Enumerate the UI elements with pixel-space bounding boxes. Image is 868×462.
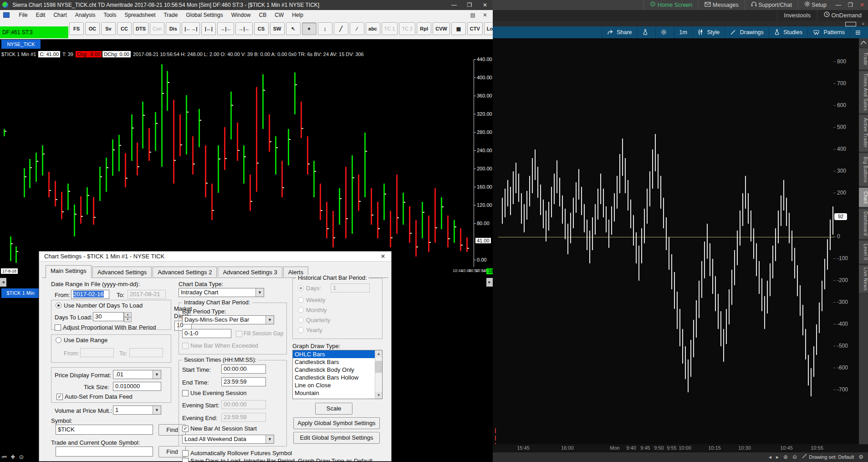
toolbar-button-dts[interactable]: DTS	[133, 22, 148, 35]
edit-global-button[interactable]: Edit Global Symbol Settings	[293, 432, 380, 444]
hist-days-radio[interactable]	[298, 285, 304, 291]
menu-file[interactable]: File	[15, 10, 31, 20]
draw-type-option[interactable]: Candlestick Bars	[293, 358, 382, 366]
toolbar-button-tc1[interactable]: TC 1	[382, 22, 398, 35]
menu-analysis[interactable]: Analysis	[71, 10, 100, 20]
menu-cb[interactable]: CB	[255, 10, 271, 20]
scroll-left-button[interactable]: ◄	[0, 278, 6, 287]
draw-type-option[interactable]: Candlestick Body Only	[293, 366, 382, 374]
pan-icon[interactable]: ▸	[776, 454, 779, 460]
chart-data-type-select[interactable]: Intraday Chart▼	[179, 288, 264, 297]
use-days-radio[interactable]	[56, 303, 61, 308]
toolbar-button-cvw[interactable]: CVW	[433, 22, 450, 35]
graph-draw-type-list[interactable]: OHLC BarsCandlestick BarsCandlestick Bod…	[292, 350, 383, 399]
panel-menu-icon[interactable]: ≡	[862, 21, 864, 26]
hist-weekly-radio[interactable]	[298, 297, 304, 303]
autoset-checkbox[interactable]: ✓	[56, 394, 63, 400]
chart-settings-gear-icon[interactable]: ⚙	[858, 454, 863, 460]
tab-nyse-tick[interactable]: NYSE_TICK	[1, 40, 41, 49]
hist-days-field[interactable]: 1	[331, 283, 370, 293]
menu-tools[interactable]: Tools	[99, 10, 120, 20]
scale-button[interactable]: Scale	[315, 403, 352, 415]
menu-messages[interactable]: Messages	[698, 0, 744, 10]
toolbar-button-[interactable]: ↖	[286, 22, 301, 35]
side-tab-chart[interactable]: Chart	[859, 187, 868, 207]
toolbar-button-[interactable]: ▦	[451, 22, 466, 35]
scroll-down-icon[interactable]: ▼	[375, 392, 382, 399]
menu-support-chat[interactable]: Support/Chat	[745, 0, 798, 10]
toolbar-button-abc[interactable]: abc	[366, 22, 380, 35]
from-date-field[interactable]: 2017-02-16	[71, 290, 109, 299]
menu-window[interactable]: Window	[227, 10, 255, 20]
window-control-button[interactable]: ❐	[462, 0, 477, 10]
apply-global-button[interactable]: Apply Global Symbol Settings	[293, 417, 380, 429]
hist-quarterly-radio[interactable]	[298, 317, 304, 323]
drawing-set-label[interactable]: Drawing set: Default	[802, 454, 854, 460]
toolbar-button-[interactable]: ↨	[318, 22, 332, 35]
use-date-range-radio[interactable]	[56, 337, 61, 343]
find-trade-symbol-button[interactable]: Find	[158, 446, 186, 457]
menu-edit[interactable]: Edit	[32, 10, 50, 20]
dialog-close-button[interactable]: ✕	[378, 252, 388, 261]
price-format-select[interactable]: .01▼	[113, 370, 161, 379]
zoom-icon[interactable]: ⊖	[792, 454, 797, 460]
toolbar-button-sv[interactable]: Sv	[101, 22, 116, 35]
menu-trade[interactable]: Trade	[159, 10, 182, 20]
tab-stick-1min[interactable]: $TICK 1 Min	[1, 288, 40, 298]
side-tab-times-and-sales[interactable]: Times And Sales	[859, 70, 868, 113]
dialog-tab-advanced-settings[interactable]: Advanced Settings	[92, 267, 152, 277]
toolbar-button-[interactable]: →|←	[217, 22, 234, 35]
toolbar-button-tc2[interactable]: TC 2	[399, 22, 415, 35]
scroll-up-icon[interactable]: ▲	[375, 350, 382, 357]
menu-cw[interactable]: CW	[271, 10, 288, 20]
menu-global-settings[interactable]: Global Settings	[182, 10, 227, 20]
draw-type-option[interactable]: Candlestick Bars Hollow	[293, 374, 382, 381]
to2-field[interactable]	[129, 348, 163, 357]
zoom-icon[interactable]: ⊕	[783, 454, 788, 460]
weekend-data-select[interactable]: Load All Weekend Data▼	[182, 435, 274, 444]
new-bar-session-checkbox[interactable]: ✓	[182, 426, 189, 432]
list-scrollbar[interactable]: ▲▼	[375, 350, 382, 399]
window-control-button[interactable]: ❐	[844, 0, 856, 10]
evening-end-field[interactable]: 23:59:59	[221, 413, 266, 422]
toolbar-1m[interactable]: 1m	[674, 26, 692, 38]
toolbar-button-[interactable]: |↔|	[201, 22, 216, 35]
mdi-control-icon[interactable]: ▤	[467, 12, 479, 18]
volume-mult-select[interactable]: 1▼	[113, 406, 161, 415]
menu-setup[interactable]: Setup	[798, 0, 832, 10]
toolbar-button-log[interactable]: Log	[484, 22, 493, 35]
toolbar-share[interactable]: Share	[602, 26, 637, 38]
dialog-tab-advanced-settings-3[interactable]: Advanced Settings 3	[218, 267, 282, 277]
bar-period-type-select[interactable]: Days-Mins-Secs Per Bar▼	[182, 315, 274, 324]
toolbar-button-[interactable]: ∕	[350, 22, 364, 35]
end-time-field[interactable]: 23:59:59	[221, 377, 266, 386]
window-control-button[interactable]: —	[446, 0, 462, 10]
playback-controls[interactable]: ⏮✚⚙	[2, 454, 28, 460]
bar-period-field[interactable]: 0-1-0	[182, 329, 231, 338]
evening-start-field[interactable]: 00:00:00	[221, 400, 266, 409]
toolbar-button-[interactable]: ⌖	[302, 22, 317, 35]
side-tab-active-trader[interactable]: Active Trader	[859, 114, 868, 151]
window-control-button[interactable]: ✕	[477, 0, 493, 10]
toolbar-button-rpl[interactable]: Rpl	[417, 22, 431, 35]
toolbar-button-fs[interactable]: FS	[69, 22, 84, 35]
scroll-right-button[interactable]: ►	[486, 278, 493, 287]
tick-chart-plot[interactable]	[0, 59, 474, 267]
toolbar-button-dis[interactable]: Dis	[166, 22, 180, 35]
investools[interactable]: Investools	[777, 10, 817, 21]
adjust-proportional-checkbox[interactable]	[55, 324, 61, 331]
menu-chart[interactable]: Chart	[49, 10, 71, 20]
toolbar-studies[interactable]: Studies	[769, 26, 807, 38]
menu-help[interactable]: Help	[288, 10, 307, 20]
toolbar-drawings[interactable]: Drawings	[725, 26, 769, 38]
toolbar-button-[interactable]: ╱	[334, 22, 348, 35]
symbol-field[interactable]: $TICK	[56, 425, 153, 435]
side-tab-big-buttons[interactable]: Big Buttons	[859, 152, 868, 186]
draw-type-option[interactable]: OHLC Bars	[293, 350, 382, 358]
toolbar-patterns[interactable]: Patterns	[807, 26, 850, 38]
toolbar-button-[interactable]: →|←	[235, 22, 252, 35]
menu-home-screen[interactable]: Home Screen	[643, 0, 698, 10]
window-control-button[interactable]: —	[832, 0, 844, 10]
toolbar-button-oc[interactable]: OC	[85, 22, 100, 35]
tick-size-field[interactable]: 0.010000	[113, 382, 161, 391]
